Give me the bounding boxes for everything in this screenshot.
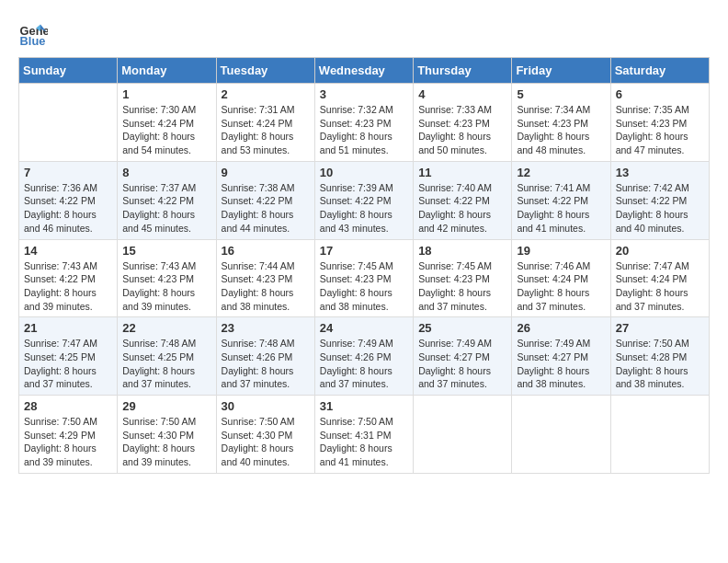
day-number: 25 [418, 321, 506, 335]
calendar-cell: 4Sunrise: 7:33 AMSunset: 4:23 PMDaylight… [414, 84, 512, 162]
day-number: 3 [320, 87, 408, 101]
calendar-cell: 30Sunrise: 7:50 AMSunset: 4:30 PMDayligh… [216, 396, 314, 474]
day-number: 29 [122, 399, 210, 413]
day-info: Sunrise: 7:30 AMSunset: 4:24 PMDaylight:… [122, 103, 210, 157]
calendar-cell: 9Sunrise: 7:38 AMSunset: 4:22 PMDaylight… [216, 161, 314, 239]
weekday-header-saturday: Saturday [610, 58, 709, 84]
day-number: 10 [320, 166, 408, 179]
day-number: 13 [616, 166, 704, 179]
day-number: 6 [616, 87, 704, 101]
day-number: 1 [122, 87, 210, 101]
calendar-cell: 20Sunrise: 7:47 AMSunset: 4:24 PMDayligh… [610, 239, 709, 317]
calendar-cell: 11Sunrise: 7:40 AMSunset: 4:22 PMDayligh… [414, 161, 512, 239]
weekday-header-sunday: Sunday [19, 58, 118, 84]
calendar-cell: 8Sunrise: 7:37 AMSunset: 4:22 PMDaylight… [118, 161, 216, 239]
weekday-header-tuesday: Tuesday [216, 58, 314, 84]
calendar-cell: 7Sunrise: 7:36 AMSunset: 4:22 PMDaylight… [19, 161, 118, 239]
day-number: 28 [24, 399, 112, 413]
day-number: 19 [517, 244, 605, 258]
day-info: Sunrise: 7:44 AMSunset: 4:23 PMDaylight:… [222, 259, 310, 314]
calendar-cell: 28Sunrise: 7:50 AMSunset: 4:29 PMDayligh… [19, 396, 118, 474]
day-number: 27 [616, 321, 704, 335]
calendar-cell: 17Sunrise: 7:45 AMSunset: 4:23 PMDayligh… [314, 239, 413, 317]
calendar-cell: 16Sunrise: 7:44 AMSunset: 4:23 PMDayligh… [216, 239, 314, 317]
calendar-cell: 1Sunrise: 7:30 AMSunset: 4:24 PMDaylight… [118, 84, 216, 162]
day-number: 26 [517, 321, 605, 335]
day-info: Sunrise: 7:48 AMSunset: 4:25 PMDaylight:… [122, 337, 210, 391]
calendar-cell: 15Sunrise: 7:43 AMSunset: 4:23 PMDayligh… [118, 239, 216, 317]
day-info: Sunrise: 7:43 AMSunset: 4:22 PMDaylight:… [24, 259, 112, 314]
day-number: 4 [418, 87, 506, 101]
calendar-cell [512, 396, 610, 474]
week-row-2: 7Sunrise: 7:36 AMSunset: 4:22 PMDaylight… [19, 161, 710, 239]
weekday-header-row: SundayMondayTuesdayWednesdayThursdayFrid… [19, 58, 710, 84]
logo-icon: Gene Blue [18, 18, 48, 48]
day-number: 7 [24, 166, 112, 179]
day-info: Sunrise: 7:45 AMSunset: 4:23 PMDaylight:… [418, 259, 506, 314]
day-info: Sunrise: 7:31 AMSunset: 4:24 PMDaylight:… [222, 103, 310, 157]
weekday-header-monday: Monday [118, 58, 216, 84]
calendar-cell: 21Sunrise: 7:47 AMSunset: 4:25 PMDayligh… [19, 317, 118, 396]
calendar-cell: 23Sunrise: 7:48 AMSunset: 4:26 PMDayligh… [216, 317, 314, 396]
day-info: Sunrise: 7:39 AMSunset: 4:22 PMDaylight:… [320, 181, 408, 236]
weekday-header-friday: Friday [512, 58, 610, 84]
day-number: 24 [320, 321, 408, 335]
day-number: 9 [222, 166, 310, 179]
calendar-cell: 10Sunrise: 7:39 AMSunset: 4:22 PMDayligh… [314, 161, 413, 239]
calendar-cell: 6Sunrise: 7:35 AMSunset: 4:23 PMDaylight… [610, 84, 709, 162]
calendar-cell: 27Sunrise: 7:50 AMSunset: 4:28 PMDayligh… [610, 317, 709, 396]
calendar-cell: 22Sunrise: 7:48 AMSunset: 4:25 PMDayligh… [118, 317, 216, 396]
calendar-cell: 12Sunrise: 7:41 AMSunset: 4:22 PMDayligh… [512, 161, 610, 239]
calendar-cell: 24Sunrise: 7:49 AMSunset: 4:26 PMDayligh… [314, 317, 413, 396]
day-number: 12 [517, 166, 605, 179]
calendar-cell: 29Sunrise: 7:50 AMSunset: 4:30 PMDayligh… [118, 396, 216, 474]
day-info: Sunrise: 7:43 AMSunset: 4:23 PMDaylight:… [122, 259, 210, 314]
day-number: 2 [222, 87, 310, 101]
day-number: 8 [122, 166, 210, 179]
day-number: 15 [122, 244, 210, 258]
week-row-3: 14Sunrise: 7:43 AMSunset: 4:22 PMDayligh… [19, 239, 710, 317]
day-number: 21 [24, 321, 112, 335]
day-info: Sunrise: 7:49 AMSunset: 4:27 PMDaylight:… [517, 337, 605, 391]
day-info: Sunrise: 7:34 AMSunset: 4:23 PMDaylight:… [517, 103, 605, 157]
day-info: Sunrise: 7:40 AMSunset: 4:22 PMDaylight:… [418, 181, 506, 236]
day-info: Sunrise: 7:41 AMSunset: 4:22 PMDaylight:… [517, 181, 605, 236]
day-info: Sunrise: 7:50 AMSunset: 4:31 PMDaylight:… [320, 415, 408, 469]
day-info: Sunrise: 7:45 AMSunset: 4:23 PMDaylight:… [320, 259, 408, 314]
day-info: Sunrise: 7:50 AMSunset: 4:29 PMDaylight:… [24, 415, 112, 469]
calendar-cell: 13Sunrise: 7:42 AMSunset: 4:22 PMDayligh… [610, 161, 709, 239]
day-info: Sunrise: 7:49 AMSunset: 4:27 PMDaylight:… [418, 337, 506, 391]
day-number: 23 [222, 321, 310, 335]
calendar-cell: 3Sunrise: 7:32 AMSunset: 4:23 PMDaylight… [314, 84, 413, 162]
weekday-header-wednesday: Wednesday [314, 58, 413, 84]
calendar-cell: 18Sunrise: 7:45 AMSunset: 4:23 PMDayligh… [414, 239, 512, 317]
day-number: 5 [517, 87, 605, 101]
week-row-4: 21Sunrise: 7:47 AMSunset: 4:25 PMDayligh… [19, 317, 710, 396]
day-info: Sunrise: 7:42 AMSunset: 4:22 PMDaylight:… [616, 181, 704, 236]
logo: Gene Blue [18, 18, 51, 48]
day-info: Sunrise: 7:35 AMSunset: 4:23 PMDaylight:… [616, 103, 704, 157]
calendar-cell: 5Sunrise: 7:34 AMSunset: 4:23 PMDaylight… [512, 84, 610, 162]
day-info: Sunrise: 7:47 AMSunset: 4:24 PMDaylight:… [616, 259, 704, 314]
day-info: Sunrise: 7:36 AMSunset: 4:22 PMDaylight:… [24, 181, 112, 236]
day-info: Sunrise: 7:46 AMSunset: 4:24 PMDaylight:… [517, 259, 605, 314]
day-number: 11 [418, 166, 506, 179]
calendar-cell: 19Sunrise: 7:46 AMSunset: 4:24 PMDayligh… [512, 239, 610, 317]
day-info: Sunrise: 7:50 AMSunset: 4:28 PMDaylight:… [616, 337, 704, 391]
calendar-table: SundayMondayTuesdayWednesdayThursdayFrid… [18, 57, 710, 474]
calendar-cell [610, 396, 709, 474]
day-number: 31 [320, 399, 408, 413]
day-number: 16 [222, 244, 310, 258]
calendar-cell [414, 396, 512, 474]
day-info: Sunrise: 7:49 AMSunset: 4:26 PMDaylight:… [320, 337, 408, 391]
calendar-cell [19, 84, 118, 162]
day-number: 18 [418, 244, 506, 258]
day-number: 30 [222, 399, 310, 413]
day-number: 14 [24, 244, 112, 258]
calendar-cell: 26Sunrise: 7:49 AMSunset: 4:27 PMDayligh… [512, 317, 610, 396]
day-info: Sunrise: 7:48 AMSunset: 4:26 PMDaylight:… [222, 337, 310, 391]
day-number: 20 [616, 244, 704, 258]
day-info: Sunrise: 7:50 AMSunset: 4:30 PMDaylight:… [222, 415, 310, 469]
day-number: 22 [122, 321, 210, 335]
week-row-1: 1Sunrise: 7:30 AMSunset: 4:24 PMDaylight… [19, 84, 710, 162]
